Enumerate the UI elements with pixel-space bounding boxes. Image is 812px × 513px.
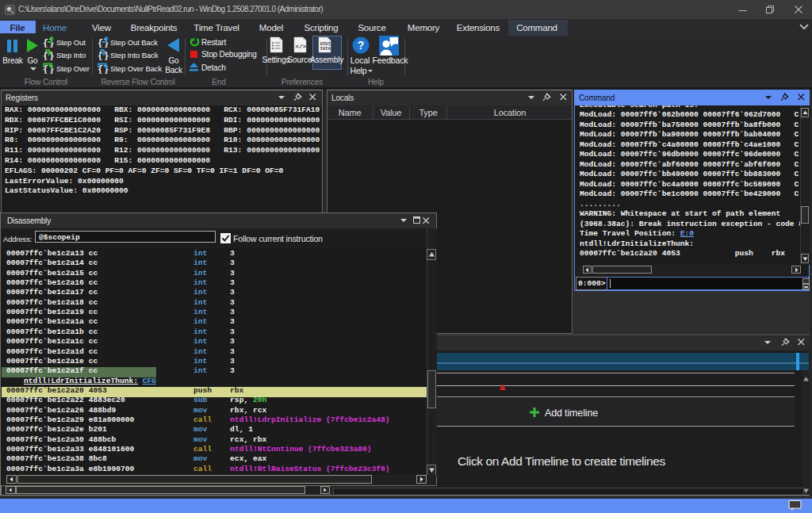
svg-text:{}: {}	[43, 64, 54, 74]
svg-text:?: ?	[358, 39, 365, 52]
svg-text:I0I0: I0I0	[320, 46, 331, 52]
svg-text:</>: </>	[296, 44, 307, 50]
svg-text:{}: {}	[43, 38, 54, 48]
svg-text:{}: {}	[98, 51, 109, 60]
svg-text:{}: {}	[43, 51, 54, 60]
